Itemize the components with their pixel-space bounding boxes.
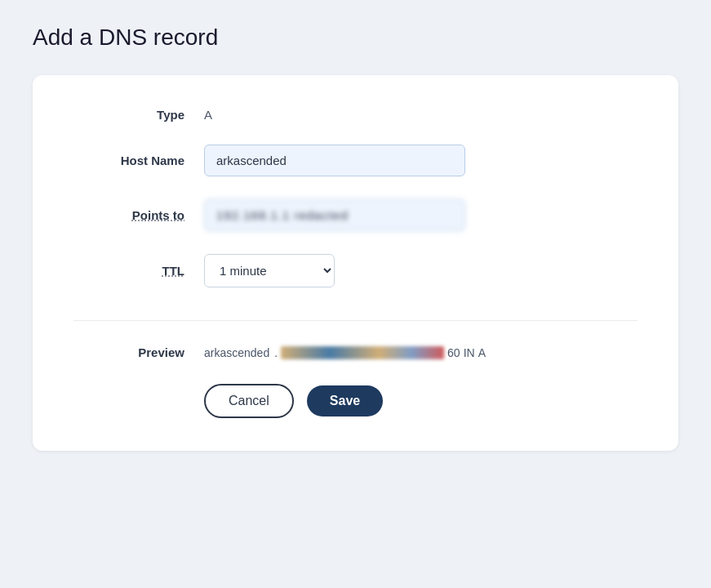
type-value: A: [204, 108, 212, 122]
page-title: Add a DNS record: [33, 24, 678, 51]
hostname-label: Host Name: [73, 154, 204, 167]
hostname-row: Host Name: [73, 145, 638, 176]
button-row: Cancel Save: [73, 384, 638, 418]
preview-ttl: 60: [447, 346, 460, 359]
save-button[interactable]: Save: [307, 385, 383, 416]
preview-host: arkascended: [204, 346, 269, 359]
preview-class: IN: [464, 346, 475, 359]
type-row: Type A: [73, 108, 638, 122]
ttl-select[interactable]: 1 minute 5 minutes 10 minutes 30 minutes…: [204, 254, 335, 287]
hostname-input[interactable]: [204, 145, 465, 176]
preview-type: A: [478, 346, 486, 359]
preview-separator: .: [274, 346, 278, 359]
points-to-label: Points to: [73, 208, 204, 222]
preview-blurred-domain: [281, 346, 444, 359]
type-label: Type: [73, 108, 204, 122]
preview-label: Preview: [73, 345, 204, 359]
ttl-row: TTL 1 minute 5 minutes 10 minutes 30 min…: [73, 254, 638, 287]
points-to-input[interactable]: [204, 199, 465, 231]
cancel-button[interactable]: Cancel: [204, 384, 294, 418]
preview-value: arkascended . 60 IN A: [204, 346, 486, 359]
points-to-row: Points to: [73, 199, 638, 231]
form-section: Type A Host Name Points to TTL 1 minute …: [73, 108, 638, 321]
ttl-label: TTL: [73, 264, 204, 278]
preview-section: Preview arkascended . 60 IN A: [73, 345, 638, 359]
dns-record-card: Type A Host Name Points to TTL 1 minute …: [33, 75, 678, 451]
